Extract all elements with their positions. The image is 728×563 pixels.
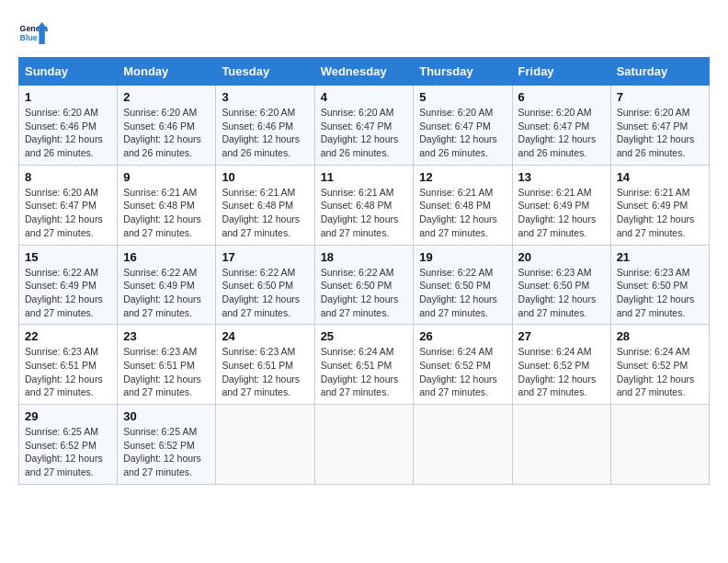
calendar-cell: 6Sunrise: 6:20 AMSunset: 6:47 PMDaylight… — [512, 86, 610, 166]
day-number: 26 — [419, 329, 506, 343]
calendar-cell: 7Sunrise: 6:20 AMSunset: 6:47 PMDaylight… — [610, 86, 709, 166]
day-info: Sunrise: 6:24 AMSunset: 6:52 PMDaylight:… — [518, 345, 605, 399]
day-number: 29 — [25, 409, 111, 423]
day-info: Sunrise: 6:20 AMSunset: 6:46 PMDaylight:… — [123, 106, 210, 160]
calendar-cell: 21Sunrise: 6:23 AMSunset: 6:50 PMDayligh… — [610, 245, 709, 325]
day-number: 21 — [617, 250, 703, 264]
day-number: 24 — [222, 329, 308, 343]
calendar-cell: 14Sunrise: 6:21 AMSunset: 6:49 PMDayligh… — [610, 165, 709, 245]
day-info: Sunrise: 6:21 AMSunset: 6:48 PMDaylight:… — [321, 186, 408, 240]
day-number: 2 — [123, 90, 210, 104]
calendar-cell: 27Sunrise: 6:24 AMSunset: 6:52 PMDayligh… — [512, 325, 610, 405]
day-info: Sunrise: 6:23 AMSunset: 6:51 PMDaylight:… — [222, 345, 308, 399]
calendar-cell: 24Sunrise: 6:23 AMSunset: 6:51 PMDayligh… — [216, 325, 314, 405]
calendar-cell: 23Sunrise: 6:23 AMSunset: 6:51 PMDayligh… — [118, 325, 216, 405]
calendar-cell: 2Sunrise: 6:20 AMSunset: 6:46 PMDaylight… — [118, 86, 216, 166]
calendar-cell: 15Sunrise: 6:22 AMSunset: 6:49 PMDayligh… — [19, 245, 118, 325]
week-row-4: 22Sunrise: 6:23 AMSunset: 6:51 PMDayligh… — [19, 325, 710, 405]
calendar-cell: 20Sunrise: 6:23 AMSunset: 6:50 PMDayligh… — [512, 245, 610, 325]
day-number: 20 — [518, 250, 605, 264]
day-info: Sunrise: 6:20 AMSunset: 6:46 PMDaylight:… — [222, 106, 308, 160]
calendar-cell: 26Sunrise: 6:24 AMSunset: 6:52 PMDayligh… — [414, 325, 512, 405]
day-info: Sunrise: 6:21 AMSunset: 6:49 PMDaylight:… — [518, 186, 605, 240]
calendar-cell — [216, 405, 314, 485]
calendar-cell — [512, 405, 610, 485]
day-number: 23 — [123, 329, 210, 343]
calendar-cell: 12Sunrise: 6:21 AMSunset: 6:48 PMDayligh… — [414, 165, 512, 245]
day-number: 3 — [222, 90, 308, 104]
day-info: Sunrise: 6:24 AMSunset: 6:52 PMDaylight:… — [617, 345, 703, 399]
calendar-cell — [314, 405, 414, 485]
calendar-table: SundayMondayTuesdayWednesdayThursdayFrid… — [18, 57, 710, 485]
day-info: Sunrise: 6:22 AMSunset: 6:50 PMDaylight:… — [222, 266, 308, 320]
calendar-cell: 13Sunrise: 6:21 AMSunset: 6:49 PMDayligh… — [512, 165, 610, 245]
svg-text:Blue: Blue — [20, 33, 38, 42]
calendar-cell: 17Sunrise: 6:22 AMSunset: 6:50 PMDayligh… — [216, 245, 314, 325]
day-info: Sunrise: 6:21 AMSunset: 6:48 PMDaylight:… — [222, 186, 308, 240]
day-info: Sunrise: 6:22 AMSunset: 6:50 PMDaylight:… — [321, 266, 408, 320]
calendar-cell: 25Sunrise: 6:24 AMSunset: 6:51 PMDayligh… — [314, 325, 414, 405]
calendar-cell: 28Sunrise: 6:24 AMSunset: 6:52 PMDayligh… — [610, 325, 709, 405]
day-number: 16 — [123, 250, 210, 264]
column-header-sunday: Sunday — [19, 58, 118, 86]
column-header-wednesday: Wednesday — [314, 58, 414, 86]
day-info: Sunrise: 6:22 AMSunset: 6:49 PMDaylight:… — [123, 266, 210, 320]
day-number: 4 — [321, 90, 408, 104]
logo-icon: General Blue — [18, 18, 48, 48]
day-number: 8 — [25, 170, 111, 184]
week-row-2: 8Sunrise: 6:20 AMSunset: 6:47 PMDaylight… — [19, 165, 710, 245]
calendar-cell: 11Sunrise: 6:21 AMSunset: 6:48 PMDayligh… — [314, 165, 414, 245]
calendar-cell: 1Sunrise: 6:20 AMSunset: 6:46 PMDaylight… — [19, 86, 118, 166]
day-info: Sunrise: 6:20 AMSunset: 6:46 PMDaylight:… — [25, 106, 111, 160]
day-number: 17 — [222, 250, 308, 264]
day-info: Sunrise: 6:23 AMSunset: 6:50 PMDaylight:… — [617, 266, 703, 320]
calendar-cell: 9Sunrise: 6:21 AMSunset: 6:48 PMDaylight… — [118, 165, 216, 245]
day-info: Sunrise: 6:21 AMSunset: 6:48 PMDaylight:… — [419, 186, 506, 240]
calendar-cell: 3Sunrise: 6:20 AMSunset: 6:46 PMDaylight… — [216, 86, 314, 166]
day-number: 12 — [419, 170, 506, 184]
day-number: 1 — [25, 90, 111, 104]
day-number: 28 — [617, 329, 703, 343]
day-number: 22 — [25, 329, 111, 343]
column-header-friday: Friday — [512, 58, 610, 86]
column-header-saturday: Saturday — [610, 58, 709, 86]
day-info: Sunrise: 6:23 AMSunset: 6:51 PMDaylight:… — [123, 345, 210, 399]
column-header-tuesday: Tuesday — [216, 58, 314, 86]
day-number: 19 — [419, 250, 506, 264]
calendar-cell: 29Sunrise: 6:25 AMSunset: 6:52 PMDayligh… — [19, 405, 118, 485]
day-number: 27 — [518, 329, 605, 343]
logo: General Blue — [18, 18, 48, 48]
day-number: 9 — [123, 170, 210, 184]
day-info: Sunrise: 6:24 AMSunset: 6:52 PMDaylight:… — [419, 345, 506, 399]
day-info: Sunrise: 6:20 AMSunset: 6:47 PMDaylight:… — [518, 106, 605, 160]
day-number: 6 — [518, 90, 605, 104]
day-info: Sunrise: 6:25 AMSunset: 6:52 PMDaylight:… — [25, 425, 111, 479]
calendar-cell: 19Sunrise: 6:22 AMSunset: 6:50 PMDayligh… — [414, 245, 512, 325]
calendar-cell: 5Sunrise: 6:20 AMSunset: 6:47 PMDaylight… — [414, 86, 512, 166]
day-info: Sunrise: 6:24 AMSunset: 6:51 PMDaylight:… — [321, 345, 408, 399]
day-info: Sunrise: 6:23 AMSunset: 6:51 PMDaylight:… — [25, 345, 111, 399]
column-header-monday: Monday — [118, 58, 216, 86]
calendar-cell: 16Sunrise: 6:22 AMSunset: 6:49 PMDayligh… — [118, 245, 216, 325]
day-info: Sunrise: 6:22 AMSunset: 6:50 PMDaylight:… — [419, 266, 506, 320]
calendar-cell: 4Sunrise: 6:20 AMSunset: 6:47 PMDaylight… — [314, 86, 414, 166]
day-number: 18 — [321, 250, 408, 264]
day-number: 25 — [321, 329, 408, 343]
day-number: 10 — [222, 170, 308, 184]
day-info: Sunrise: 6:25 AMSunset: 6:52 PMDaylight:… — [123, 425, 210, 479]
day-info: Sunrise: 6:20 AMSunset: 6:47 PMDaylight:… — [617, 106, 703, 160]
calendar-cell: 10Sunrise: 6:21 AMSunset: 6:48 PMDayligh… — [216, 165, 314, 245]
day-info: Sunrise: 6:20 AMSunset: 6:47 PMDaylight:… — [25, 186, 111, 240]
calendar-cell: 8Sunrise: 6:20 AMSunset: 6:47 PMDaylight… — [19, 165, 118, 245]
day-number: 5 — [419, 90, 506, 104]
day-number: 14 — [617, 170, 703, 184]
day-info: Sunrise: 6:21 AMSunset: 6:49 PMDaylight:… — [617, 186, 703, 240]
day-number: 13 — [518, 170, 605, 184]
day-number: 15 — [25, 250, 111, 264]
day-info: Sunrise: 6:21 AMSunset: 6:48 PMDaylight:… — [123, 186, 210, 240]
day-number: 11 — [321, 170, 408, 184]
column-header-thursday: Thursday — [414, 58, 512, 86]
week-row-3: 15Sunrise: 6:22 AMSunset: 6:49 PMDayligh… — [19, 245, 710, 325]
week-row-5: 29Sunrise: 6:25 AMSunset: 6:52 PMDayligh… — [19, 405, 710, 485]
day-info: Sunrise: 6:22 AMSunset: 6:49 PMDaylight:… — [25, 266, 111, 320]
